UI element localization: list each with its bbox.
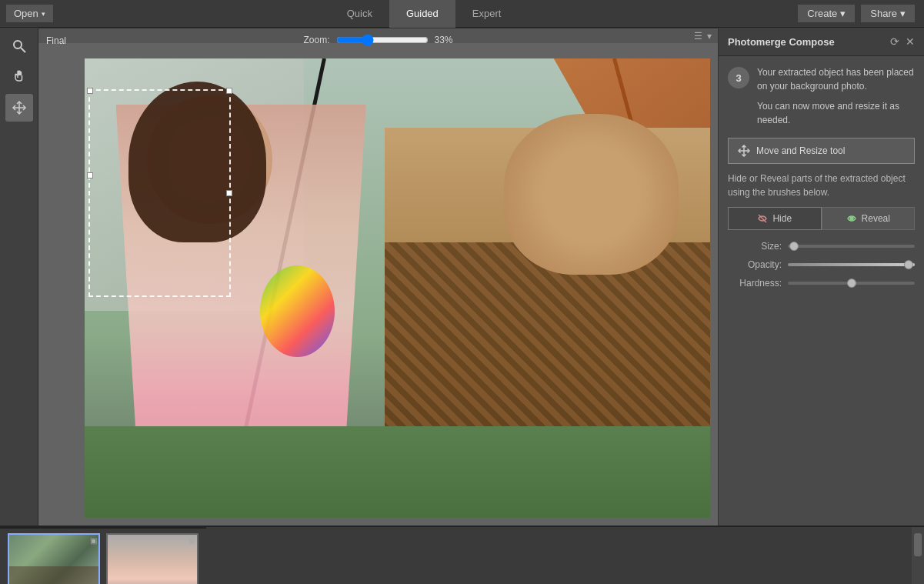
right-panel: Photomerge Compose ⟳ ✕ 3 Your extracted …: [718, 28, 924, 526]
step-number: 3: [728, 67, 749, 88]
thumb-2-icon: ▣: [188, 536, 195, 545]
reveal-brush-button[interactable]: Reveal: [822, 207, 916, 230]
filmstrip-section: ▣ ▣: [0, 526, 924, 584]
zoom-value: 33%: [434, 35, 452, 45]
svg-line-1: [21, 48, 25, 52]
mode-expert-button[interactable]: Expert: [455, 0, 519, 28]
create-label: Create: [807, 8, 837, 19]
hardness-slider-track[interactable]: [788, 282, 915, 285]
zoom-bar: Zoom: 33%: [303, 34, 452, 46]
canvas-image: [85, 58, 710, 518]
mode-quick-button[interactable]: Quick: [330, 0, 389, 28]
top-bar-left: Open ▾: [0, 5, 59, 22]
canvas-area: Zoom: 33% Final: [38, 28, 718, 526]
step-text-1: Your extracted object has been placed on…: [757, 65, 915, 93]
hardness-slider-row: Hardness:: [728, 278, 915, 289]
filmstrip-thumb-2[interactable]: ▣: [106, 533, 198, 584]
hide-brush-button[interactable]: Hide: [728, 207, 822, 230]
filmstrip: ▣ ▣: [0, 527, 206, 584]
mode-switcher: Quick Guided Expert: [330, 0, 519, 28]
size-slider-row: Size:: [728, 241, 915, 252]
size-slider-thumb[interactable]: [789, 242, 799, 251]
step-text: Your extracted object has been placed on…: [757, 65, 915, 127]
brush-description: Hide or Reveal parts of the extracted ob…: [728, 172, 915, 199]
step-text-2: You can now move and resize it as needed…: [757, 99, 915, 127]
share-label: Share: [870, 8, 897, 19]
opacity-slider-thumb[interactable]: [904, 260, 913, 269]
zoom-tool-button[interactable]: [5, 32, 33, 60]
share-arrow: ▾: [900, 8, 906, 19]
thumb-1-image: [9, 535, 98, 584]
svg-point-0: [14, 41, 22, 48]
size-slider-track[interactable]: [788, 245, 915, 248]
top-bar: Open ▾ Quick Guided Expert Create ▾ Shar…: [0, 0, 924, 28]
create-arrow: ▾: [840, 8, 846, 19]
opacity-slider-row: Opacity:: [728, 259, 915, 270]
list-icon[interactable]: ☰: [694, 31, 702, 42]
panel-title: Photomerge Compose: [728, 36, 835, 48]
move-resize-tool-button[interactable]: [5, 94, 33, 122]
panel-header-icons: ⟳ ✕: [890, 35, 915, 48]
thumb-2-image: [108, 535, 197, 584]
brush-buttons: Hide Reveal: [728, 207, 915, 230]
opacity-slider-track[interactable]: [788, 263, 915, 266]
size-label: Size:: [728, 241, 782, 252]
opacity-label: Opacity:: [728, 259, 782, 270]
filmstrip-wrapper: ▣ ▣: [0, 527, 912, 584]
open-button[interactable]: Open ▾: [6, 5, 53, 22]
zoom-slider[interactable]: [335, 34, 428, 46]
step-section: 3 Your extracted object has been placed …: [728, 65, 915, 127]
brush-section: Hide or Reveal parts of the extracted ob…: [728, 172, 915, 289]
thumb-1-icon: ▣: [90, 536, 97, 545]
panel-header: Photomerge Compose ⟳ ✕: [719, 28, 924, 56]
mode-guided-button[interactable]: Guided: [389, 0, 455, 28]
canvas-label: Final: [46, 35, 66, 46]
svg-point-3: [850, 217, 853, 220]
share-button[interactable]: Share ▾: [861, 5, 915, 22]
photo-scene: [85, 58, 710, 518]
main-layout: Zoom: 33% Final: [0, 28, 924, 526]
hide-label: Hide: [772, 213, 792, 224]
zoom-label: Zoom:: [303, 35, 329, 45]
hardness-slider-thumb[interactable]: [847, 279, 856, 288]
top-bar-right: Create ▾ Share ▾: [789, 5, 924, 22]
move-resize-label: Move and Resize tool: [756, 145, 845, 156]
strip-icons: ☰ ▾: [694, 31, 712, 42]
open-arrow: ▾: [42, 10, 45, 18]
reveal-label: Reveal: [862, 213, 890, 224]
filmstrip-thumb-1[interactable]: ▣: [8, 533, 100, 584]
filmstrip-scroll[interactable]: [912, 527, 924, 584]
open-label: Open: [14, 8, 38, 19]
scroll-thumb[interactable]: [914, 533, 922, 556]
move-resize-button[interactable]: Move and Resize tool: [728, 138, 915, 164]
hardness-label: Hardness:: [728, 278, 782, 289]
refresh-icon[interactable]: ⟳: [890, 35, 899, 48]
hand-tool-button[interactable]: [5, 63, 33, 91]
left-toolbar: [0, 28, 38, 526]
close-icon[interactable]: ✕: [906, 35, 915, 48]
chevron-down-icon[interactable]: ▾: [707, 31, 712, 42]
create-button[interactable]: Create ▾: [798, 5, 855, 22]
panel-content: 3 Your extracted object has been placed …: [719, 56, 924, 526]
